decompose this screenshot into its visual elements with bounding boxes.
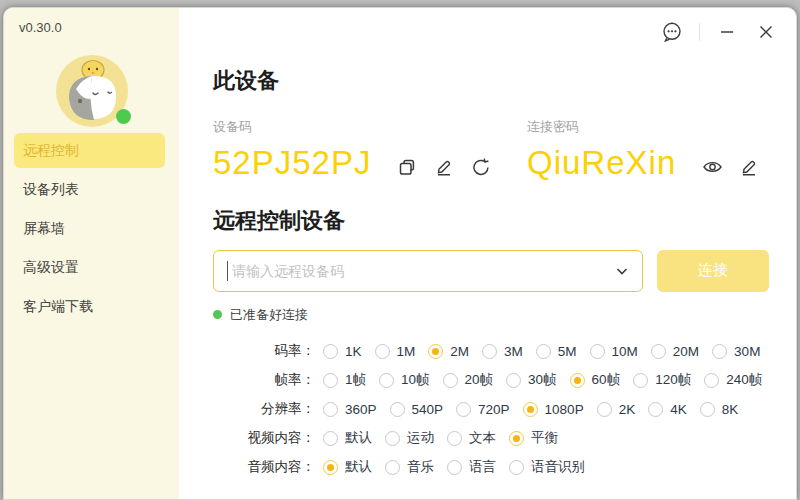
sidebar-item[interactable]: 远程控制 (14, 133, 165, 168)
refresh-icon[interactable] (471, 157, 491, 177)
radio-option-label: 平衡 (531, 429, 558, 447)
sidebar-item-label: 客户端下载 (23, 298, 93, 316)
radio-option[interactable]: 音乐 (385, 458, 434, 476)
radio-option-label: 3M (504, 344, 523, 359)
radio-circle-icon (523, 402, 538, 417)
radio-option[interactable]: 360P (323, 402, 377, 417)
radio-circle-icon (536, 344, 551, 359)
radio-option[interactable]: 1080P (523, 402, 584, 417)
radio-circle-icon (506, 373, 521, 388)
radio-option-label: 4K (670, 402, 687, 417)
radio-option-label: 音乐 (407, 458, 434, 476)
sidebar-item[interactable]: 设备列表 (14, 172, 165, 207)
feedback-bubble-icon[interactable] (660, 20, 684, 44)
minimize-icon[interactable] (715, 20, 739, 44)
radio-circle-icon (323, 431, 338, 446)
radio-option[interactable]: 240帧 (704, 371, 762, 389)
radio-option[interactable]: 1K (323, 344, 362, 359)
radio-option-label: 10帧 (401, 371, 430, 389)
radio-option[interactable]: 语音识别 (509, 458, 585, 476)
radio-option[interactable]: 2M (428, 344, 469, 359)
radio-option[interactable]: 20帧 (443, 371, 494, 389)
radio-option[interactable]: 默认 (323, 429, 372, 447)
radio-option-label: 20M (673, 344, 699, 359)
radio-option[interactable]: 10M (590, 344, 638, 359)
radio-option[interactable]: 4K (648, 402, 687, 417)
radio-circle-icon (447, 431, 462, 446)
radio-option[interactable]: 60帧 (570, 371, 621, 389)
radio-option-label: 10M (612, 344, 638, 359)
radio-option-label: 5M (558, 344, 577, 359)
connect-button[interactable]: 连接 (657, 250, 769, 292)
radio-circle-icon (390, 402, 405, 417)
remote-code-input-box[interactable] (213, 250, 643, 292)
radio-option[interactable]: 10帧 (379, 371, 430, 389)
password-value: QiuReXin (527, 144, 676, 182)
radio-option-label: 1080P (545, 402, 584, 417)
avatar[interactable] (56, 55, 128, 127)
radio-option[interactable]: 文本 (447, 429, 496, 447)
radio-circle-icon (712, 344, 727, 359)
radio-circle-icon (633, 373, 648, 388)
radio-circle-icon (509, 460, 524, 475)
radio-option-label: 120帧 (655, 371, 691, 389)
eye-icon[interactable] (702, 157, 722, 177)
edit-icon[interactable] (739, 157, 759, 177)
copy-icon[interactable] (397, 157, 417, 177)
option-row: 分辨率：360P540P720P1080P2K4K8K (213, 395, 797, 424)
radio-option-label: 2M (450, 344, 469, 359)
chevron-down-icon[interactable] (615, 264, 629, 278)
radio-circle-icon (590, 344, 605, 359)
device-code-block: 设备码 52PJ52PJ (213, 118, 527, 182)
radio-option[interactable]: 3M (482, 344, 523, 359)
remote-control-title: 远程控制设备 (213, 208, 797, 234)
radio-option[interactable]: 540P (390, 402, 444, 417)
edit-icon[interactable] (434, 157, 454, 177)
sidebar-item[interactable]: 客户端下载 (14, 289, 165, 324)
radio-option[interactable]: 默认 (323, 458, 372, 476)
radio-option-label: 1M (397, 344, 416, 359)
radio-option-label: 语音识别 (531, 458, 585, 476)
radio-option[interactable]: 2K (597, 402, 636, 417)
radio-circle-icon (379, 373, 394, 388)
sidebar-item-label: 高级设置 (23, 259, 79, 277)
radio-circle-icon (323, 402, 338, 417)
remote-code-input[interactable] (230, 262, 615, 280)
radio-option[interactable]: 8K (700, 402, 739, 417)
option-row-label: 分辨率： (213, 400, 315, 418)
radio-option[interactable]: 30帧 (506, 371, 557, 389)
radio-option[interactable]: 30M (712, 344, 760, 359)
radio-option-label: 1帧 (345, 371, 366, 389)
app-window: v0.30.0 远程控制设备列表屏幕墙高级设置客户端下载 此设备 (3, 7, 797, 500)
sidebar-item-label: 屏幕墙 (23, 220, 65, 238)
close-icon[interactable] (754, 20, 778, 44)
radio-option[interactable]: 平衡 (509, 429, 558, 447)
option-row: 音频内容：默认音乐语言语音识别 (213, 453, 797, 482)
radio-option[interactable]: 20M (651, 344, 699, 359)
sidebar: v0.30.0 远程控制设备列表屏幕墙高级设置客户端下载 (4, 8, 179, 499)
main-panel: 此设备 设备码 52PJ52PJ (179, 8, 797, 499)
radio-circle-icon (323, 373, 338, 388)
radio-option[interactable]: 720P (456, 402, 510, 417)
radio-circle-icon (597, 402, 612, 417)
radio-option[interactable]: 1M (375, 344, 416, 359)
radio-option[interactable]: 5M (536, 344, 577, 359)
radio-option-label: 文本 (469, 429, 496, 447)
sidebar-item[interactable]: 屏幕墙 (14, 211, 165, 246)
radio-option[interactable]: 1帧 (323, 371, 366, 389)
radio-option-label: 1K (345, 344, 362, 359)
option-row: 视频内容：默认运动文本平衡 (213, 424, 797, 453)
password-block: 连接密码 QiuReXin (527, 118, 797, 182)
sidebar-item[interactable]: 高级设置 (14, 250, 165, 285)
radio-circle-icon (700, 402, 715, 417)
radio-option-label: 60帧 (592, 371, 621, 389)
radio-option[interactable]: 120帧 (633, 371, 691, 389)
radio-option[interactable]: 运动 (385, 429, 434, 447)
radio-option-label: 8K (722, 402, 739, 417)
radio-option[interactable]: 语言 (447, 458, 496, 476)
text-caret (227, 261, 228, 281)
sidebar-item-label: 设备列表 (23, 181, 79, 199)
radio-option-label: 360P (345, 402, 377, 417)
online-status-dot (116, 109, 131, 124)
radio-option-label: 540P (412, 402, 444, 417)
